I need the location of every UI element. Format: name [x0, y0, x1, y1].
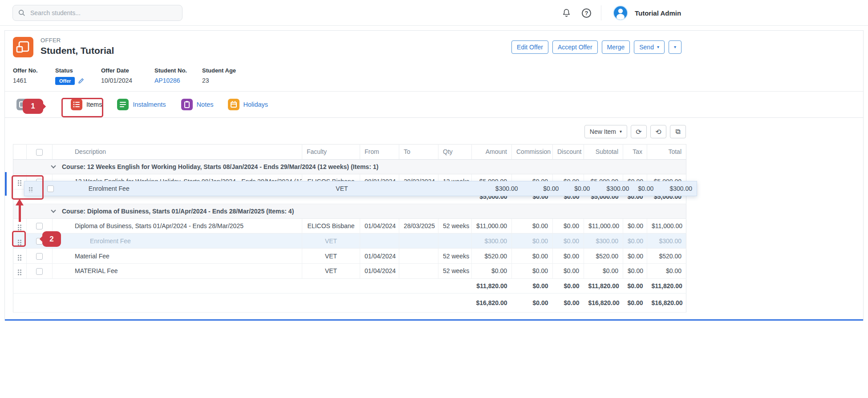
grand-total-row: $16,820.00 $0.00 $0.00 $16,820.00 $0.00 …	[13, 293, 686, 312]
user-avatar[interactable]	[612, 4, 629, 21]
search-input[interactable]	[29, 9, 177, 17]
table-row[interactable]: Diploma of Business, Starts 01/Apr/2024 …	[13, 218, 686, 233]
cell-description: MATERIAL Fee	[53, 263, 302, 278]
cell-from: 01/04/2024	[360, 263, 399, 278]
cell-to	[399, 233, 438, 249]
send-button[interactable]: Send▾	[634, 40, 665, 54]
annotation-items-tab-box	[61, 98, 103, 117]
col-description[interactable]: Description	[53, 145, 302, 160]
col-to[interactable]: To	[399, 145, 438, 160]
tab-holidays-label: Holidays	[243, 101, 268, 108]
table-header-row: Description Faculty From To Qty Amount C…	[13, 145, 686, 160]
col-subtotal[interactable]: Subtotal	[584, 145, 623, 160]
duplicate-button[interactable]: ⧉	[670, 125, 686, 138]
help-icon[interactable]: ?	[582, 8, 591, 18]
cell-tax: $0.00	[623, 263, 647, 278]
collapse-chevron-icon[interactable]	[51, 163, 56, 168]
annotation-step-2-badge: 2	[42, 231, 61, 247]
annotation-drag-handle-box	[12, 231, 26, 247]
accept-offer-button[interactable]: Accept Offer	[552, 40, 598, 54]
cell-total: $300.00	[657, 185, 697, 192]
cell-qty: 52 weeks	[438, 263, 472, 278]
cell-amount: $11,000.00	[472, 218, 512, 233]
page-title: Student, Tutorial	[41, 45, 114, 56]
student-age-value: 23	[202, 77, 236, 84]
status-label: Status	[55, 67, 101, 74]
user-name: Tutorial Admin	[635, 9, 681, 17]
new-item-button[interactable]: New Item ▾	[584, 125, 627, 138]
row-checkbox[interactable]	[36, 268, 43, 275]
row-checkbox[interactable]	[36, 223, 43, 229]
drag-handle-icon[interactable]	[18, 225, 19, 226]
cell-qty	[438, 233, 472, 249]
drag-handle-icon[interactable]	[18, 255, 19, 256]
chevron-down-icon: ▾	[657, 45, 659, 49]
col-commission[interactable]: Commission	[512, 145, 553, 160]
offer-no-label: Offer No.	[13, 67, 55, 74]
cell-discount: $0.00	[553, 263, 584, 278]
annotation-arrow-line	[19, 205, 21, 222]
more-actions-button[interactable]: ▾	[669, 40, 681, 54]
topbar: ? Tutorial Admin	[0, 0, 868, 26]
search-icon	[18, 9, 25, 16]
course-group-header[interactable]: Course: Diploma of Business, Starts 01/A…	[13, 204, 686, 218]
cell-description: Diploma of Business, Starts 01/Apr/2024 …	[53, 218, 302, 233]
student-search[interactable]	[12, 5, 183, 21]
student-no-link[interactable]: AP10286	[154, 77, 180, 84]
tab-instalments-label: Instalments	[133, 101, 166, 108]
col-faculty[interactable]: Faculty	[302, 145, 360, 160]
refresh-icon: ⟳	[636, 128, 641, 136]
drag-handle-icon[interactable]	[18, 269, 19, 271]
history-button[interactable]: ⟲	[650, 125, 666, 138]
annotation-step-1-badge: 1	[23, 99, 43, 114]
table-row-drag-source[interactable]: Enrolment Fee VET $300.00 $0.00 $0.00 $3…	[13, 233, 686, 249]
col-amount[interactable]: Amount	[472, 145, 512, 160]
table-row[interactable]: Material Fee VET 01/04/2024 52 weeks $52…	[13, 249, 686, 264]
status-badge: Offer	[55, 77, 75, 85]
cell-from: 01/04/2024	[360, 218, 399, 233]
notes-tab-icon	[181, 99, 193, 110]
items-panel: New Item ▾ ⟳ ⟲ ⧉ Description Faculty Fro…	[5, 117, 863, 321]
refresh-button[interactable]: ⟳	[631, 125, 647, 138]
cell-tax: $0.00	[623, 218, 647, 233]
tab-notes[interactable]: Notes	[181, 99, 214, 110]
row-checkbox[interactable]	[36, 253, 43, 260]
cell-amount: $520.00	[472, 249, 512, 264]
col-discount[interactable]: Discount	[553, 145, 584, 160]
tab-instalments[interactable]: Instalments	[117, 99, 166, 110]
cell-description: Enrolment Fee	[64, 185, 313, 192]
cell-tax: $0.00	[633, 185, 657, 192]
col-tax[interactable]: Tax	[623, 145, 647, 160]
cell-amount: $300.00	[472, 233, 512, 249]
col-total[interactable]: Total	[647, 145, 686, 160]
cell-faculty: VET	[302, 249, 360, 264]
cell-commission: $0.00	[512, 218, 553, 233]
instalments-tab-icon	[117, 99, 129, 110]
col-from[interactable]: From	[360, 145, 399, 160]
topbar-divider	[601, 5, 601, 20]
notifications-bell-icon[interactable]	[562, 8, 571, 18]
cell-subtotal: $300.00	[584, 233, 623, 249]
annotation-drop-target-box	[12, 175, 44, 200]
cell-qty: 52 weeks	[438, 249, 472, 264]
cell-description: Enrolment Fee	[53, 233, 302, 249]
entity-label: OFFER	[41, 37, 114, 44]
collapse-chevron-icon[interactable]	[51, 208, 56, 213]
cell-commission: $0.00	[512, 263, 553, 278]
offer-date-value: 10/01/2024	[101, 77, 154, 84]
cell-subtotal: $11,000.00	[584, 218, 623, 233]
cell-discount: $0.00	[553, 249, 584, 264]
panel-bottom-indicator	[5, 319, 863, 321]
select-all-checkbox[interactable]	[36, 149, 43, 156]
edit-status-icon[interactable]	[78, 78, 84, 84]
holidays-tab-icon	[228, 99, 239, 110]
edit-offer-button[interactable]: Edit Offer	[511, 40, 548, 54]
cell-total: $300.00	[647, 233, 686, 249]
tab-holidays[interactable]: Holidays	[228, 99, 268, 110]
cell-to: 28/03/2025	[399, 218, 438, 233]
table-row[interactable]: MATERIAL Fee VET 01/04/2024 52 weeks $0.…	[13, 263, 686, 278]
course-group-header[interactable]: Course: 12 Weeks English for Working Hol…	[13, 159, 686, 174]
col-qty[interactable]: Qty	[438, 145, 472, 160]
merge-button[interactable]: Merge	[602, 40, 630, 54]
cell-from: 01/04/2024	[360, 249, 399, 264]
